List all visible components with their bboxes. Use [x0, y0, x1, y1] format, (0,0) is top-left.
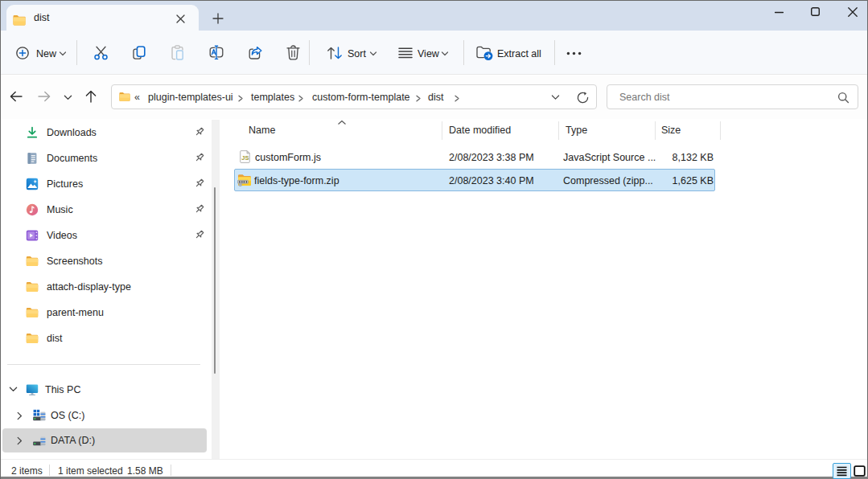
svg-text:JS: JS — [241, 154, 249, 162]
